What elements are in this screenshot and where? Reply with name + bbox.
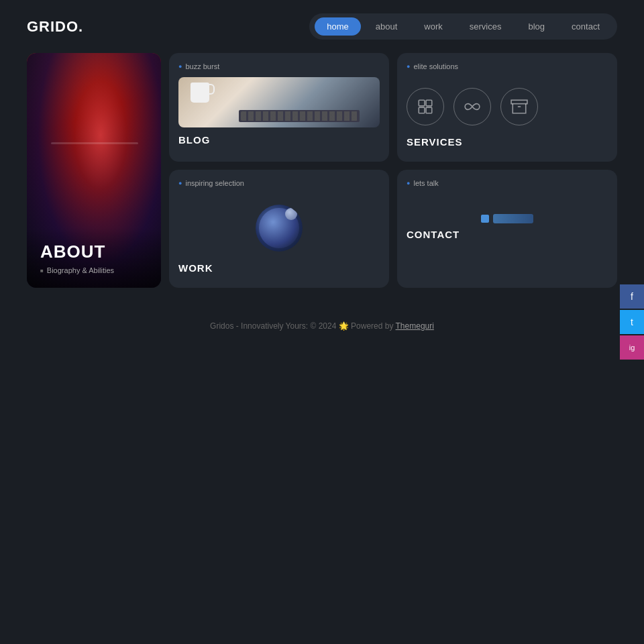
- footer: Gridos - Innovatively Yours: © 2024 🌟 Po…: [0, 301, 644, 351]
- about-title: ABOUT: [40, 241, 148, 262]
- about-overlay: ABOUT Biography & Abilities: [27, 228, 161, 288]
- blog-card[interactable]: buzz burst BLOG: [169, 53, 389, 162]
- about-card[interactable]: ABOUT Biography & Abilities: [27, 53, 161, 288]
- twitter-button[interactable]: t: [620, 310, 644, 334]
- about-subtitle: Biography & Abilities: [40, 266, 148, 274]
- contact-tag: lets talk: [407, 179, 608, 187]
- instagram-button[interactable]: ig: [620, 335, 644, 360]
- services-title: SERVICES: [407, 136, 608, 148]
- service-icon-2: [453, 88, 491, 125]
- service-icon-1: [407, 88, 444, 125]
- blog-cup-handle: [208, 84, 215, 95]
- services-tag: elite solutions: [407, 62, 608, 70]
- main-grid: ABOUT Biography & Abilities buzz burst B…: [0, 53, 644, 288]
- blog-keys: [241, 111, 358, 121]
- contact-card[interactable]: lets talk CONTACT: [397, 170, 617, 288]
- nav-services[interactable]: services: [458, 17, 514, 36]
- facebook-icon: f: [631, 291, 633, 302]
- logo: GRIDO.: [27, 18, 83, 36]
- nav-contact[interactable]: contact: [559, 17, 612, 36]
- contact-brand-text: [493, 214, 533, 223]
- contact-brand-icon: [481, 215, 489, 223]
- social-bar: f t ig: [620, 284, 644, 360]
- svg-rect-4: [511, 100, 527, 103]
- svg-rect-3: [426, 107, 432, 113]
- contact-image: [407, 203, 608, 223]
- twitter-icon: t: [631, 317, 633, 327]
- blog-image: [178, 77, 380, 127]
- nav-home[interactable]: home: [315, 17, 361, 36]
- main-nav: home about work services blog contact: [309, 13, 617, 40]
- work-card[interactable]: inspiring selection WORK: [169, 170, 389, 288]
- instagram-icon: ig: [629, 343, 635, 352]
- work-tag: inspiring selection: [178, 179, 380, 187]
- contact-brand: [481, 214, 533, 223]
- work-moon: [285, 208, 297, 220]
- services-card[interactable]: elite solutions SERVICES: [397, 53, 617, 162]
- contact-title: CONTACT: [407, 229, 608, 240]
- blog-cup: [191, 83, 209, 103]
- svg-rect-1: [426, 100, 432, 106]
- facebook-button[interactable]: f: [620, 284, 644, 309]
- svg-rect-2: [419, 107, 425, 113]
- footer-text: Gridos - Innovatively Yours: © 2024 🌟 Po…: [210, 321, 395, 331]
- footer-link[interactable]: Themeguri: [396, 321, 434, 331]
- service-icon-3: [500, 88, 538, 125]
- nav-about[interactable]: about: [364, 17, 410, 36]
- blog-title: BLOG: [178, 134, 380, 146]
- work-title: WORK: [178, 262, 380, 274]
- nav-blog[interactable]: blog: [517, 17, 557, 36]
- svg-rect-0: [419, 100, 425, 106]
- work-image: [256, 205, 303, 252]
- blog-tag: buzz burst: [178, 62, 380, 70]
- services-icons: [407, 88, 608, 125]
- nav-work[interactable]: work: [412, 17, 454, 36]
- glasses-bar: [51, 142, 138, 144]
